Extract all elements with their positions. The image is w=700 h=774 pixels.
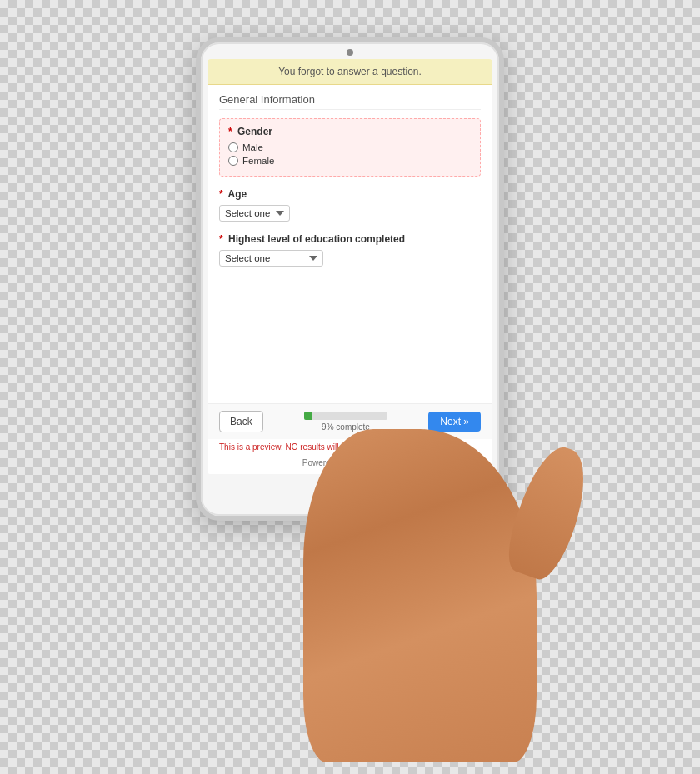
powered-by-text: Powered by [302,458,347,467]
survey-body: General Information * Gender Male Female [208,85,492,403]
female-option[interactable]: Female [228,156,472,166]
navigation-bar: Back 9% complete Next » [208,403,492,439]
progress-bar-container [304,412,388,420]
required-marker-2: * [219,188,223,200]
warning-banner: You forgot to answer a question. [208,59,492,85]
tablet-device: You forgot to answer a question. General… [196,37,504,521]
progress-area: 9% complete [304,412,388,432]
required-marker-3: * [219,233,223,245]
tablet-home-button[interactable] [338,486,362,511]
gender-label: * Gender [228,126,472,137]
required-marker: * [228,126,232,137]
preview-notice: This is a preview. NO results will be re… [208,439,492,455]
powered-by: Powered by CheckMarket [208,455,492,474]
checkmarket-link[interactable]: CheckMarket [348,458,398,467]
age-select[interactable]: Select one Under 18 18-24 25-34 35-44 45… [219,205,290,222]
warning-text: You forgot to answer a question. [278,66,422,77]
male-label[interactable]: Male [242,142,263,152]
tablet-screen: You forgot to answer a question. General… [208,59,492,474]
age-question: * Age Select one Under 18 18-24 25-34 35… [219,188,481,222]
tablet-camera [347,49,353,56]
gender-question: * Gender Male Female [219,118,481,177]
device-container: You forgot to answer a question. General… [100,29,600,746]
female-radio[interactable] [228,156,238,166]
education-label: * Highest level of education completed [219,233,481,245]
education-select[interactable]: Select one High School Some College Bach… [219,250,323,267]
progress-text: 9% complete [322,422,370,432]
age-label: * Age [219,188,481,200]
progress-bar-fill [304,412,312,420]
female-label[interactable]: Female [242,156,274,166]
next-button[interactable]: Next » [428,412,481,432]
section-title: General Information [219,93,481,110]
male-option[interactable]: Male [228,142,472,152]
hand-thumb [499,439,600,584]
education-question: * Highest level of education completed S… [219,233,481,267]
back-button[interactable]: Back [219,411,263,432]
male-radio[interactable] [228,142,238,152]
